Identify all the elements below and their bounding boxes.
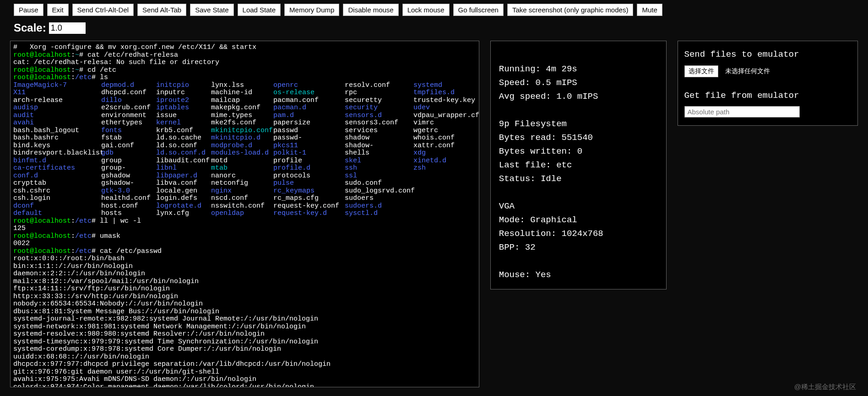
status-bytes-written: Bytes written: 0 [499, 146, 582, 156]
watermark: @稀土掘金技术社区 [794, 383, 856, 391]
send-ctrl-alt-del-button[interactable]: Send Ctrl-Alt-Del [72, 4, 134, 16]
file-io-panel: Send files to emulator 选择文件 未选择任何文件 Get … [678, 41, 858, 126]
status-mouse: Mouse: Yes [499, 270, 551, 280]
scale-label: Scale: [14, 21, 46, 34]
load-state-button[interactable]: Load State [238, 4, 281, 16]
status-vga-header: VGA [499, 201, 515, 211]
terminal-screen[interactable]: # Xorg -configure && mv xorg.conf.new /e… [10, 41, 479, 387]
status-speed: Speed: 0.5 mIPS [499, 78, 577, 88]
take-screenshot-button[interactable]: Take screenshot (only graphic modes) [507, 4, 633, 16]
status-9p-header: 9p Filesystem [499, 119, 567, 129]
status-bpp: BPP: 32 [499, 242, 536, 252]
lock-mouse-button[interactable]: Lock mouse [402, 4, 450, 16]
status-resolution: Resolution: 1024x768 [499, 229, 603, 239]
toolbar: Pause Exit Send Ctrl-Alt-Del Send Alt-Ta… [0, 0, 868, 20]
disable-mouse-button[interactable]: Disable mouse [343, 4, 398, 16]
send-files-title: Send files to emulator [684, 48, 852, 61]
status-panel: Running: 4m 29s Speed: 0.5 mIPS Avg spee… [490, 41, 667, 289]
status-mode: Mode: Graphical [499, 215, 577, 225]
mute-button[interactable]: Mute [637, 4, 662, 16]
status-last-file: Last file: etc [499, 160, 572, 170]
choose-file-button[interactable]: 选择文件 [684, 65, 718, 77]
get-file-title: Get file from emulator [684, 89, 852, 102]
memory-dump-button[interactable]: Memory Dump [284, 4, 339, 16]
status-avg-speed: Avg speed: 1.0 mIPS [499, 91, 598, 102]
no-file-chosen-text: 未选择任何文件 [725, 67, 770, 75]
scale-input[interactable] [49, 22, 86, 34]
status-bytes-read: Bytes read: 551540 [499, 133, 593, 143]
send-alt-tab-button[interactable]: Send Alt-Tab [137, 4, 186, 16]
save-state-button[interactable]: Save State [190, 4, 233, 16]
go-fullscreen-button[interactable]: Go fullscreen [453, 4, 504, 16]
scale-row: Scale: [0, 20, 868, 41]
absolute-path-input[interactable] [684, 106, 800, 118]
status-running: Running: 4m 29s [499, 64, 577, 74]
status-status: Status: Idle [499, 174, 562, 184]
pause-button[interactable]: Pause [14, 4, 43, 16]
exit-button[interactable]: Exit [47, 4, 69, 16]
